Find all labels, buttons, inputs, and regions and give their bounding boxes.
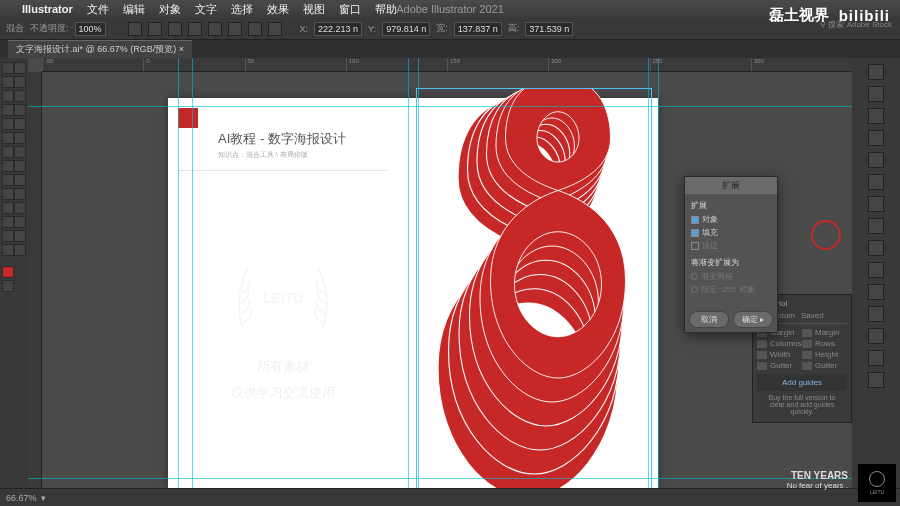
stroke-icon[interactable] (868, 174, 884, 190)
rectangle-tool[interactable] (2, 118, 14, 130)
symbols-icon[interactable] (868, 218, 884, 234)
brush-tool[interactable] (14, 118, 26, 130)
graphic-styles-icon[interactable] (868, 328, 884, 344)
guide-horizontal[interactable] (28, 478, 852, 479)
menu-object[interactable]: 对象 (159, 2, 181, 17)
symbol-tool[interactable] (2, 216, 14, 228)
guide-vertical[interactable] (178, 58, 179, 488)
free-transform-tool[interactable] (14, 160, 26, 172)
menu-select[interactable]: 选择 (231, 2, 253, 17)
swatches-icon[interactable] (868, 130, 884, 146)
line-tool[interactable] (14, 104, 26, 116)
menu-help[interactable]: 帮助 (375, 2, 397, 17)
align-icon[interactable] (868, 262, 884, 278)
type-panel-icon[interactable] (868, 350, 884, 366)
document-tab-bar: 文字海报设计.ai* @ 66.67% (RGB/预览) × (0, 40, 900, 58)
shaper-tool[interactable] (2, 132, 14, 144)
h-field[interactable]: 371.539 n (525, 22, 573, 36)
align-icon[interactable] (148, 22, 162, 36)
y-field[interactable]: 979.814 n (382, 22, 430, 36)
margin-v-field[interactable]: Margin (802, 328, 847, 337)
guide-vertical[interactable] (418, 58, 419, 488)
graph-tool[interactable] (14, 216, 26, 228)
curvature-tool[interactable] (14, 90, 26, 102)
slice-tool[interactable] (14, 230, 26, 242)
paragraph-icon[interactable] (868, 372, 884, 388)
opacity-field[interactable]: 100% (75, 22, 106, 36)
x-field[interactable]: 222.213 n (314, 22, 362, 36)
guide-vertical[interactable] (192, 58, 193, 488)
appearance-icon[interactable] (868, 306, 884, 322)
width-tool[interactable] (2, 160, 14, 172)
menu-window[interactable]: 窗口 (339, 2, 361, 17)
svg-text:LEITU: LEITU (263, 290, 303, 306)
width-field[interactable]: Width (757, 350, 802, 359)
document-tab[interactable]: 文字海报设计.ai* @ 66.67% (RGB/预览) × (8, 40, 192, 58)
align-icon[interactable] (228, 22, 242, 36)
align-icon[interactable] (268, 22, 282, 36)
guide-vertical[interactable] (408, 58, 409, 488)
fill-swatch[interactable] (2, 266, 14, 278)
align-icon[interactable] (248, 22, 262, 36)
rotate-tool[interactable] (2, 146, 14, 158)
gradient-tool[interactable] (14, 188, 26, 200)
ruler-horizontal: -50050100150200250300 (42, 58, 852, 72)
gutter-h-field[interactable]: Gutter (757, 361, 802, 370)
zoom-level[interactable]: 66.67% (6, 493, 37, 503)
pathfinder-icon[interactable] (868, 284, 884, 300)
menu-effect[interactable]: 效果 (267, 2, 289, 17)
ok-button[interactable]: 确定 ▸ (733, 311, 773, 328)
properties-icon[interactable] (868, 64, 884, 80)
magic-wand-tool[interactable] (2, 76, 14, 88)
stroke-swatch[interactable] (2, 280, 14, 292)
align-icon[interactable] (208, 22, 222, 36)
toolbox (0, 58, 28, 488)
eyedropper-tool[interactable] (2, 202, 14, 214)
menu-edit[interactable]: 编辑 (123, 2, 145, 17)
add-guides-button[interactable]: Add guides (757, 374, 847, 391)
guide-vertical[interactable] (648, 58, 649, 488)
checkbox-stroke: 描边 (691, 240, 771, 251)
align-icon[interactable] (168, 22, 182, 36)
align-icon[interactable] (188, 22, 202, 36)
guide-horizontal[interactable] (28, 106, 852, 107)
height-field[interactable]: Height (802, 350, 847, 359)
transform-icon[interactable] (868, 240, 884, 256)
type-tool[interactable] (2, 104, 14, 116)
lasso-tool[interactable] (14, 76, 26, 88)
checkbox-object[interactable]: 对象 (691, 214, 771, 225)
eraser-tool[interactable] (14, 132, 26, 144)
layers-icon[interactable] (868, 196, 884, 212)
menu-file[interactable]: 文件 (87, 2, 109, 17)
artboard: AI教程 - 数字海报设计 知识点：混合工具 \ 布局排版 LEITU 所有素材… (168, 98, 658, 488)
w-field[interactable]: 137.837 n (454, 22, 502, 36)
menu-type[interactable]: 文字 (195, 2, 217, 17)
right-panel-strip (852, 58, 900, 488)
libraries-icon[interactable] (868, 86, 884, 102)
zoom-tool[interactable] (14, 244, 26, 256)
blend-shape-8[interactable] (408, 88, 648, 506)
mesh-tool[interactable] (2, 188, 14, 200)
direct-select-tool[interactable] (14, 62, 26, 74)
checkbox-fill[interactable]: 填充 (691, 227, 771, 238)
columns-field[interactable]: Columns (757, 339, 802, 348)
brushes-icon[interactable] (868, 152, 884, 168)
ruler-vertical (28, 72, 42, 488)
shape-builder-tool[interactable] (2, 174, 14, 186)
blend-tool[interactable] (14, 202, 26, 214)
pen-tool[interactable] (2, 90, 14, 102)
align-icon[interactable] (128, 22, 142, 36)
perspective-tool[interactable] (14, 174, 26, 186)
mac-menubar: Illustrator 文件 编辑 对象 文字 选择 效果 视图 窗口 帮助 A… (0, 0, 900, 18)
cancel-button[interactable]: 取消 (689, 311, 729, 328)
color-icon[interactable] (868, 108, 884, 124)
gutter-v-field[interactable]: Gutter (802, 361, 847, 370)
rows-field[interactable]: Rows (802, 339, 847, 348)
scale-tool[interactable] (14, 146, 26, 158)
menu-view[interactable]: 视图 (303, 2, 325, 17)
app-name[interactable]: Illustrator (22, 3, 73, 15)
hand-tool[interactable] (2, 244, 14, 256)
guide-vertical[interactable] (658, 58, 659, 488)
selection-tool[interactable] (2, 62, 14, 74)
artboard-tool[interactable] (2, 230, 14, 242)
